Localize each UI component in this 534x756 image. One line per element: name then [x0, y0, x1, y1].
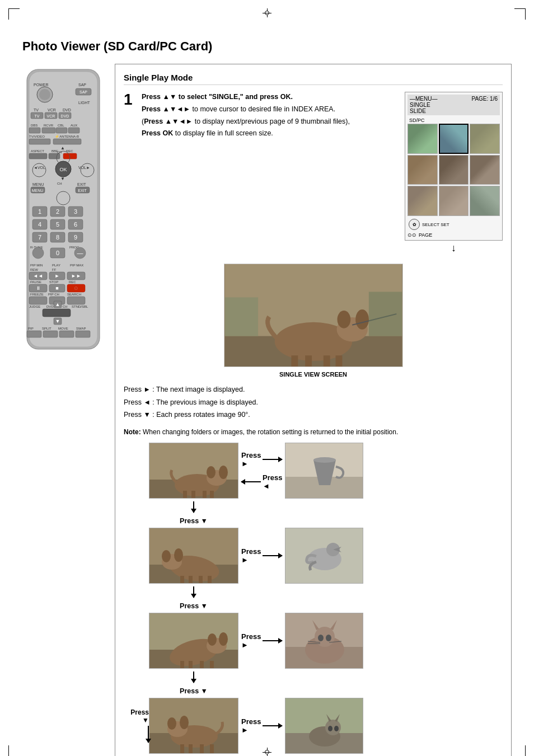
- diag-arrows-4: Press►: [241, 717, 282, 734]
- svg-text:2: 2: [56, 208, 59, 215]
- svg-rect-29: [53, 139, 81, 144]
- svg-text:MENU: MENU: [32, 182, 44, 186]
- svg-point-165: [219, 632, 228, 646]
- inst4-bold: Press OK: [142, 129, 173, 137]
- svg-rect-167: [189, 661, 193, 669]
- svg-point-152: [174, 548, 183, 562]
- press-right-4: Press►: [241, 717, 282, 734]
- svg-rect-187: [200, 744, 204, 754]
- svg-text:⊙: ⊙: [74, 285, 78, 291]
- svg-rect-119: [59, 331, 74, 337]
- svg-rect-143: [210, 491, 214, 499]
- svg-text:FF: FF: [52, 268, 57, 271]
- svg-text:PIP: PIP: [28, 327, 34, 330]
- svg-text:6: 6: [74, 221, 77, 228]
- svg-point-125: [337, 311, 350, 328]
- inst1-bold: Press ▲▼ to select "SINGLE," and press O…: [142, 93, 293, 101]
- svg-text:FREEZE: FREEZE: [30, 293, 44, 296]
- svg-rect-140: [183, 491, 187, 499]
- svg-text:⚡ ANTENNA-B: ⚡ ANTENNA-B: [55, 134, 79, 139]
- page-title: Photo Viewer (SD Card/PC Card): [22, 39, 512, 54]
- corner-mark-bl: [8, 745, 20, 756]
- diag-row-1: Press► Press◄: [124, 443, 503, 499]
- svg-text:0: 0: [56, 250, 59, 256]
- note-text: When changing folders or images, the rot…: [143, 428, 398, 436]
- instruction-1: Press ▲▼ to select "SINGLE," and press O…: [142, 92, 399, 102]
- svg-text:7: 7: [38, 234, 41, 241]
- cross-mark-bottom: [263, 748, 271, 756]
- page-nav-icon: ⊙⊙: [407, 232, 416, 238]
- svg-rect-155: [199, 576, 203, 584]
- svg-text:STOP: STOP: [49, 280, 58, 284]
- svg-text:3: 3: [74, 208, 77, 215]
- thumb-page-label: PAGE: 1/6: [471, 96, 498, 114]
- single-view-label: SINGLE VIEW SCREEN: [124, 371, 503, 378]
- svg-text:RCVR: RCVR: [44, 124, 54, 127]
- svg-point-138: [207, 466, 216, 478]
- down-arrow-container-3: Press ▼: [149, 672, 238, 695]
- svg-text:CBL: CBL: [58, 124, 64, 127]
- svg-text:VOL►: VOL►: [78, 166, 90, 170]
- thumb-cell-7: [407, 186, 438, 216]
- svg-rect-27: [29, 139, 50, 144]
- svg-text:▼: ▼: [60, 176, 65, 181]
- diag-arrows-2: Press►: [241, 547, 282, 564]
- press-left-1: Press◄: [241, 473, 282, 490]
- svg-text:TV: TV: [34, 108, 39, 112]
- svg-text:8: 8: [56, 234, 59, 241]
- svg-text:◄VOL: ◄VOL: [34, 166, 45, 170]
- press-right-label-4: Press►: [241, 717, 261, 734]
- press-left-label-1: Press◄: [263, 473, 282, 490]
- svg-point-74: [32, 247, 44, 259]
- diag-down-3: Press ▼: [124, 672, 503, 695]
- diag-plant-svg: [285, 698, 363, 754]
- step-body: Press ▲▼ to select "SINGLE," and press O…: [142, 92, 503, 256]
- svg-point-4: [39, 89, 50, 100]
- single-view-image: [224, 264, 403, 367]
- svg-text:DBS: DBS: [31, 124, 38, 127]
- svg-text:1: 1: [38, 208, 41, 215]
- svg-text:VCR: VCR: [47, 114, 55, 118]
- press-v-left-label: Press ▼: [124, 708, 149, 724]
- note-section: Note: When changing folders or images, t…: [124, 427, 503, 437]
- down-arrow-container-1: Press ▼: [149, 501, 238, 525]
- page-nav: ⊙⊙ PAGE: [407, 232, 500, 238]
- press-note-1: Press ► : The next image is displayed.: [124, 383, 503, 396]
- press-v-1-text: Press ▼: [180, 517, 208, 525]
- svg-text:VCR: VCR: [48, 108, 56, 112]
- main-content: POWER SAP SAP LIGHT TV VCR DVD TV VCR DV…: [22, 64, 512, 756]
- svg-text:MOVE: MOVE: [58, 327, 68, 330]
- svg-rect-142: [203, 491, 207, 499]
- svg-rect-34: [49, 153, 60, 159]
- svg-point-183: [167, 717, 176, 730]
- svg-rect-108: [43, 309, 71, 317]
- svg-rect-24: [56, 128, 67, 133]
- thumb-cell-3: [470, 124, 500, 154]
- svg-point-193: [328, 726, 332, 731]
- svg-text:►►: ►►: [71, 273, 81, 279]
- svg-rect-154: [189, 576, 193, 584]
- instruction-4: Press OK to display file in full screen …: [142, 128, 399, 139]
- svg-rect-156: [208, 576, 212, 584]
- svg-rect-188: [210, 744, 214, 754]
- svg-text:▼: ▼: [55, 318, 60, 324]
- corner-mark-br: [514, 745, 526, 756]
- thumb-cell-2: [439, 124, 469, 154]
- svg-rect-118: [43, 331, 58, 337]
- svg-text:PLAY: PLAY: [52, 264, 60, 267]
- svg-text:▲: ▲: [60, 145, 65, 151]
- thumbnail-area: —MENU—SINGLESLIDE PAGE: 1/6 SD/PC: [405, 92, 503, 256]
- step-container: 1 Press ▲▼ to select "SINGLE," and press…: [124, 92, 503, 256]
- note-title: Note:: [124, 428, 141, 436]
- svg-rect-169: [210, 661, 214, 669]
- press-notes: Press ► : The next image is displayed. P…: [124, 383, 503, 421]
- svg-text:REC: REC: [69, 280, 76, 284]
- diag-bird-image: [285, 528, 363, 584]
- diag-dog-rot1: [149, 528, 238, 584]
- svg-text:EXIT: EXIT: [77, 182, 86, 186]
- svg-rect-133: [368, 292, 401, 336]
- press-v-left: Press ▼: [124, 708, 149, 743]
- svg-text:EXIT: EXIT: [78, 189, 87, 192]
- press-right-3: Press►: [241, 632, 282, 649]
- step-number: 1: [124, 92, 136, 256]
